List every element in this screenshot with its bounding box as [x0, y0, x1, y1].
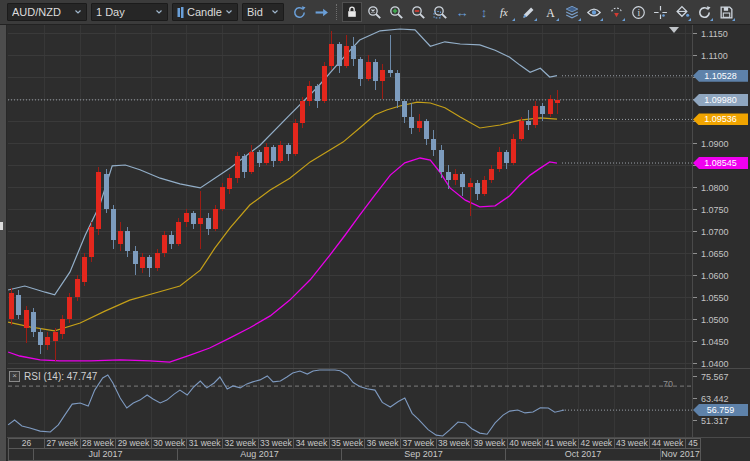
rsi-indicator-label: RSI (14): 47.747: [24, 371, 97, 382]
svg-text:fx: fx: [500, 6, 508, 18]
draw-button[interactable]: [518, 2, 538, 22]
price-axis-label: 1.0650: [701, 250, 729, 259]
chart-stage: × RSI (14): 47.747 70 1.11501.11001.1050…: [0, 25, 750, 461]
caret-icon: [534, 18, 537, 21]
rsi-level-label: 70: [663, 379, 673, 389]
price-side-dropdown[interactable]: Bid: [242, 3, 284, 21]
format-button[interactable]: [672, 2, 692, 22]
refresh-icon: [292, 5, 307, 20]
svg-text:i: i: [637, 7, 640, 18]
horizontal-arrows-icon: ↔: [456, 6, 469, 19]
price-axis-label: 1.0700: [701, 228, 729, 237]
signals-button[interactable]: [606, 2, 626, 22]
month-axis-label: Jul 2017: [33, 448, 178, 461]
vertical-arrows-icon: ↕: [481, 6, 488, 19]
price-axis-label: 1.0750: [701, 206, 729, 215]
price-axis-label: 1.0500: [701, 316, 729, 325]
price-badge: 1.10528: [693, 70, 748, 82]
vertical-scale-button[interactable]: ↕: [474, 2, 494, 22]
splitter-handle-icon[interactable]: [0, 222, 3, 230]
caret-icon: [688, 18, 691, 21]
zoom-out-button[interactable]: [408, 2, 428, 22]
horizontal-scale-button[interactable]: ↔: [452, 2, 472, 22]
zoom-out-icon: [411, 5, 426, 20]
apply-arrow-button[interactable]: [311, 2, 331, 22]
lock-icon: [345, 5, 359, 19]
chevron-down-icon: [155, 9, 163, 15]
reload-button[interactable]: [694, 2, 714, 22]
symbol-dropdown[interactable]: AUD/NZD: [7, 3, 87, 21]
price-axis-label: 1.1150: [701, 30, 728, 39]
info-icon: i: [631, 5, 646, 20]
price-axis-label: 1.0400: [701, 360, 729, 369]
lock-scale-button[interactable]: [342, 2, 362, 22]
caret-icon: [622, 18, 625, 21]
caret-icon: [512, 18, 515, 21]
refresh-button[interactable]: [289, 2, 309, 22]
price-axis-label: 1.0600: [701, 272, 729, 281]
crosshair-button[interactable]: [650, 2, 670, 22]
price-axis-label: 1.0550: [701, 294, 729, 303]
box-zoom-button[interactable]: [430, 2, 450, 22]
scroll-to-end-icon[interactable]: [669, 27, 679, 33]
price-axis-label: 1.1100: [701, 52, 728, 61]
price-axis-label: 1.0900: [701, 140, 729, 149]
rsi-close-button[interactable]: ×: [9, 371, 20, 382]
period-value: 1 Day: [96, 6, 155, 18]
rsi-indicator-header: × RSI (14): 47.747: [9, 371, 97, 382]
month-axis-label: Aug 2017: [177, 448, 342, 461]
month-axis-label: [8, 448, 34, 461]
price-badge: 1.08545: [693, 157, 748, 169]
rsi-axis-label: 51.317: [701, 417, 729, 426]
chart-type-dropdown[interactable]: Candle: [172, 3, 238, 21]
chevron-down-icon: [74, 9, 82, 15]
chevron-down-icon: [225, 9, 233, 15]
chart-overlay: × RSI (14): 47.747 70 1.11501.11001.1050…: [0, 25, 750, 461]
price-axis-label: 1.0800: [701, 184, 729, 193]
layers-button[interactable]: [562, 2, 582, 22]
caret-icon: [710, 18, 713, 21]
crosshair-icon: [653, 5, 668, 20]
rsi-axis-label: 75.567: [701, 373, 729, 382]
chart-window: AUD/NZD 1 Day Candle Bid: [0, 0, 750, 461]
zoom-in-icon: [389, 5, 404, 20]
box-zoom-icon: [433, 5, 448, 20]
toolbar: AUD/NZD 1 Day Candle Bid: [0, 0, 750, 25]
chevron-down-icon: [271, 9, 279, 15]
price-side-value: Bid: [247, 6, 271, 18]
candle-type-icon: [177, 7, 184, 18]
text-tool-button[interactable]: A: [540, 2, 560, 22]
info-button[interactable]: i: [628, 2, 648, 22]
rsi-axis-label: 63.442: [701, 395, 729, 404]
indicators-button[interactable]: fx: [496, 2, 516, 22]
month-axis-label: Oct 2017: [505, 448, 661, 461]
toolbar-divider: [336, 4, 337, 20]
month-axis-label: Sep 2017: [341, 448, 506, 461]
save-button[interactable]: [716, 2, 736, 22]
chart-type-value: Candle: [187, 6, 225, 18]
symbol-value: AUD/NZD: [12, 6, 74, 18]
caret-icon: [578, 18, 581, 21]
period-dropdown[interactable]: 1 Day: [91, 3, 168, 21]
zoom-to-fit-icon: [367, 5, 382, 20]
rsi-value-badge: 56.759: [693, 404, 748, 416]
view-button[interactable]: [584, 2, 604, 22]
svg-text:A: A: [546, 6, 555, 19]
price-axis-label: 1.0450: [701, 338, 729, 347]
price-badge: 1.09536: [693, 113, 748, 125]
caret-icon: [600, 18, 603, 21]
left-resize-strip[interactable]: [0, 25, 7, 461]
arrow-right-icon: [314, 5, 329, 20]
caret-icon: [556, 18, 559, 21]
price-badge: 1.09980: [693, 94, 748, 106]
zoom-in-button[interactable]: [386, 2, 406, 22]
month-axis-label: Nov 2017: [660, 448, 701, 461]
caret-icon: [732, 18, 735, 21]
zoom-to-fit-button[interactable]: [364, 2, 384, 22]
